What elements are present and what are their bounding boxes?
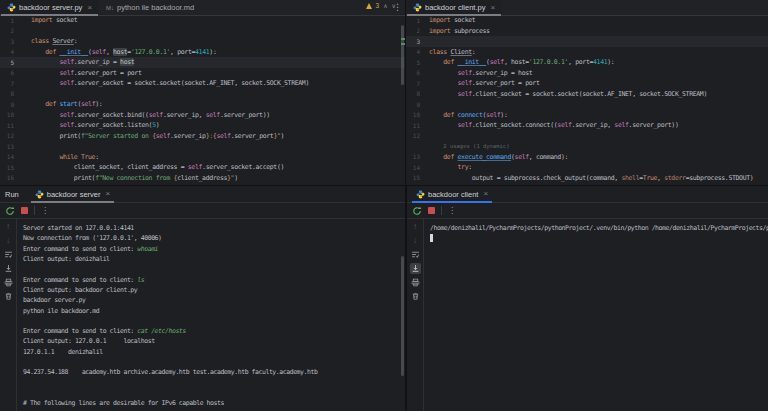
run-tab-label: backdoor client: [428, 190, 478, 199]
right-editor-tabbar: backdoor client.py ×: [406, 0, 768, 16]
markdown-icon: M↓: [106, 5, 114, 11]
code-line: 13: [0, 141, 405, 152]
line-number: 1: [0, 17, 14, 24]
run-console-body: ↑ ↓ Server started on 127.0.0.1:4141New …: [0, 218, 405, 411]
server-console-output[interactable]: Server started on 127.0.0.1:4141New conn…: [17, 218, 405, 411]
code-line: 5 self.server_ip = host: [0, 57, 405, 68]
ide-window: backdoor server.py × M↓ python ile backd…: [0, 0, 768, 411]
console-line: 94.237.54.188 academy.htb archive.academ…: [23, 367, 405, 377]
up-stacktrace-icon[interactable]: ↑: [3, 221, 14, 232]
more-options-icon[interactable]: ⋮: [448, 207, 456, 215]
clear-all-icon[interactable]: [3, 291, 14, 302]
warning-icon: [366, 3, 372, 9]
close-icon[interactable]: ×: [106, 190, 111, 198]
run-tab-backdoor-client[interactable]: backdoor client ×: [410, 186, 494, 202]
vcs-change-mark: [401, 38, 405, 40]
console-line: /home/denizhalil/PycharmProjects/pythonP…: [430, 223, 768, 233]
line-number: 14: [0, 153, 14, 160]
print-icon[interactable]: [410, 277, 421, 288]
code-line: 12: [406, 131, 768, 142]
run-panel-server: Run backdoor server × ⋮ ↑ ↓: [0, 186, 407, 411]
line-number: 10: [0, 111, 14, 118]
stop-icon[interactable]: [21, 207, 28, 214]
soft-wrap-icon[interactable]: [3, 249, 14, 260]
code-line: 8: [0, 89, 405, 100]
python-icon: [413, 3, 422, 12]
close-icon[interactable]: ×: [87, 4, 92, 12]
clear-all-icon[interactable]: [410, 291, 421, 302]
run-panel-client: backdoor client × ⋮ ↑ ↓ /hom: [407, 186, 768, 411]
code-line: 6 self.server_ip = host: [406, 68, 768, 79]
tab-backdoor-server-py[interactable]: backdoor server.py ×: [0, 0, 99, 15]
console-gutter: ↑ ↓: [0, 218, 17, 411]
client-console-output[interactable]: /home/denizhalil/PycharmProjects/pythonP…: [424, 218, 768, 411]
code-line: 7 self.server_socket = socket.socket(soc…: [0, 78, 405, 89]
console-line: Enter command to send to client: cat /et…: [23, 326, 405, 336]
line-number: 3: [0, 38, 14, 45]
code-line: 15 client_socket, client_address = self.…: [0, 162, 405, 173]
line-number: 7: [406, 80, 420, 87]
more-options-icon[interactable]: ⋮: [41, 207, 49, 215]
console-line: [23, 388, 405, 398]
line-number: 6: [0, 69, 14, 76]
console-line: [23, 357, 405, 367]
code-line: 7 self.server_port = port: [406, 78, 768, 89]
editor-split: backdoor server.py × M↓ python ile backd…: [0, 0, 768, 185]
scroll-to-end-icon[interactable]: [3, 263, 14, 274]
tab-label: backdoor client.py: [425, 3, 485, 12]
code-line: 3: [406, 36, 768, 47]
right-editor-pane: backdoor client.py × 1import socket2impo…: [406, 0, 768, 185]
run-panel-title: Run: [5, 190, 19, 199]
console-line: Enter command to send to client: whoami: [23, 244, 405, 254]
close-icon[interactable]: ×: [483, 190, 488, 198]
line-number: 7: [0, 80, 14, 87]
down-stacktrace-icon[interactable]: ↓: [3, 235, 14, 246]
stop-icon[interactable]: [428, 207, 435, 214]
code-line: 10 def connect(self):: [406, 110, 768, 121]
line-number: 1: [406, 17, 420, 24]
editor-scrollbar[interactable]: [401, 25, 404, 85]
right-code-editor[interactable]: 1import socket2import subprocess34class …: [406, 15, 768, 185]
code-line: 5 def __init__(self, host='127.0.0.1', p…: [406, 57, 768, 68]
code-line: 16 print(f"New connection from {client_a…: [0, 173, 405, 184]
vcs-change-mark: [401, 43, 405, 45]
left-code-editor[interactable]: 1import socket23class Server:4 def __ini…: [0, 15, 405, 185]
code-line: 6 self.server_port = port: [0, 68, 405, 79]
rerun-icon[interactable]: [412, 206, 422, 216]
scroll-to-end-icon[interactable]: [410, 263, 421, 274]
console-line: python ile backdoor.md: [23, 305, 405, 315]
run-panel-header: backdoor client ×: [407, 186, 768, 203]
close-icon[interactable]: ×: [490, 4, 495, 12]
run-tab-backdoor-server[interactable]: backdoor server ×: [29, 186, 116, 202]
code-line: 1import socket: [406, 15, 768, 26]
next-warning-icon[interactable]: ∨: [392, 2, 396, 9]
console-line: Server started on 127.0.0.1:4141: [23, 223, 405, 233]
line-number: 15: [0, 164, 14, 171]
console-line: Enter command to send to client: ls: [23, 274, 405, 284]
tab-backdoor-client-py[interactable]: backdoor client.py ×: [406, 0, 502, 15]
line-number: 8: [0, 90, 14, 97]
rerun-icon[interactable]: [5, 206, 15, 216]
soft-wrap-icon[interactable]: [410, 249, 421, 260]
line-number: 6: [406, 69, 420, 76]
inspections-widget[interactable]: 3 ∧ ∨: [366, 2, 396, 9]
line-number: 12: [0, 132, 14, 139]
down-stacktrace-icon[interactable]: ↓: [410, 235, 421, 246]
console-line: 127.0.1.1 denizhalil: [23, 347, 405, 357]
console-line: New connection from ('127.0.0.1', 40006): [23, 233, 405, 243]
console-line: [430, 233, 768, 243]
line-number: 12: [406, 132, 420, 139]
line-number: 10: [406, 111, 420, 118]
print-icon[interactable]: [3, 277, 14, 288]
code-line: 2 usages (1 dynamic): [406, 141, 768, 152]
code-line: 1import socket: [0, 15, 405, 26]
up-stacktrace-icon[interactable]: ↑: [410, 221, 421, 232]
toolbar-divider: [441, 206, 442, 215]
prev-warning-icon[interactable]: ∧: [383, 2, 387, 9]
tab-python-ile-backdoor-md[interactable]: M↓ python ile backdoor.md: [99, 0, 201, 15]
code-line: 10 self.server_socket.bind((self.server_…: [0, 110, 405, 121]
console-gutter: ↑ ↓: [407, 218, 424, 411]
console-scrollbar[interactable]: [401, 256, 404, 376]
code-line: 2: [0, 26, 405, 37]
code-line: 9: [406, 99, 768, 110]
